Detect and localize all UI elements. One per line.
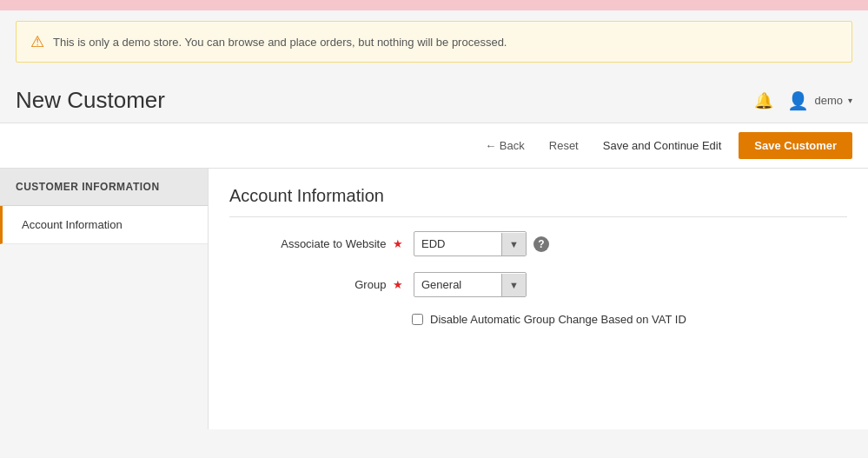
associate-website-label: Associate to Website ★ [229,237,403,250]
header-actions: 🔔 👤 demo ▾ [754,90,852,111]
associate-website-control: EDD ▼ ? [414,231,549,256]
panel: Account Information Associate to Website… [209,169,868,429]
bell-icon[interactable]: 🔔 [754,91,773,110]
user-icon: 👤 [787,90,809,111]
vat-checkbox-label: Disable Automatic Group Change Based on … [430,313,686,326]
group-select[interactable]: General [414,273,501,296]
sidebar-section-title: CUSTOMER INFORMATION [0,169,208,206]
group-control: General ▼ [414,272,527,297]
save-customer-button[interactable]: Save Customer [739,132,852,159]
associate-website-select[interactable]: EDD [414,232,501,256]
demo-banner: ⚠ This is only a demo store. You can bro… [16,21,852,63]
save-continue-button[interactable]: Save and Continue Edit [596,134,729,157]
vat-checkbox[interactable] [412,314,423,325]
toolbar: ← Back Reset Save and Continue Edit Save… [0,123,868,169]
back-button[interactable]: ← Back [478,134,532,157]
sidebar-item-label: Account Information [22,218,123,231]
group-select-arrow-icon: ▼ [501,274,526,296]
required-star-group: ★ [393,278,403,291]
required-star: ★ [393,237,403,250]
alert-strip [0,0,868,10]
main-content: CUSTOMER INFORMATION Account Information… [0,169,868,429]
help-icon[interactable]: ? [533,236,549,252]
page-header: New Customer 🔔 👤 demo ▾ [0,73,868,123]
sidebar: CUSTOMER INFORMATION Account Information [0,169,209,429]
warning-icon: ⚠ [30,32,44,51]
sidebar-item-account-information[interactable]: Account Information [0,206,208,244]
user-menu[interactable]: 👤 demo ▾ [787,90,852,111]
group-field: Group ★ General ▼ [229,272,847,297]
panel-title: Account Information [229,186,847,217]
user-name: demo [814,94,843,107]
page-title: New Customer [16,87,165,114]
group-label: Group ★ [229,278,403,291]
select-arrow-icon: ▼ [501,233,526,256]
associate-website-field: Associate to Website ★ EDD ▼ ? [229,231,847,256]
associate-website-select-wrapper: EDD ▼ [414,231,527,256]
vat-checkbox-row: Disable Automatic Group Change Based on … [229,313,847,326]
chevron-down-icon: ▾ [848,96,852,105]
reset-button[interactable]: Reset [542,134,586,157]
demo-banner-text: This is only a demo store. You can brows… [53,36,507,49]
group-select-wrapper: General ▼ [414,272,527,297]
